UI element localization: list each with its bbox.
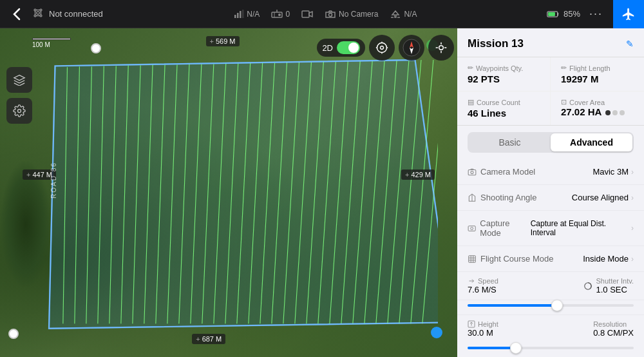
svg-point-1 bbox=[40, 9, 42, 11]
course-count-label: ▤ Course Count bbox=[468, 98, 540, 106]
camera-label: No Camera bbox=[339, 10, 378, 19]
svg-rect-10 bbox=[237, 13, 239, 18]
settings-button[interactable] bbox=[6, 98, 32, 124]
height-slider-thumb[interactable] bbox=[510, 342, 522, 354]
map-controls-left bbox=[6, 67, 32, 124]
radio-item: 0 bbox=[271, 10, 290, 19]
svg-point-2 bbox=[34, 15, 36, 17]
chevron-icon: › bbox=[631, 224, 634, 233]
svg-point-16 bbox=[278, 14, 281, 16]
waypoints-value: 92 PTS bbox=[468, 73, 540, 84]
layers-button[interactable] bbox=[6, 67, 32, 93]
view-toggle[interactable]: 2D bbox=[317, 39, 365, 57]
height-slider-track[interactable] bbox=[468, 347, 634, 349]
resolution-block: Resolution 0.8 CM/PX bbox=[593, 320, 634, 338]
svg-rect-77 bbox=[468, 226, 475, 231]
battery-level: 85% bbox=[564, 9, 580, 19]
top-map-controls: 2D bbox=[317, 35, 454, 61]
svg-point-69 bbox=[439, 46, 444, 50]
top-bar-center: N/A 0 No Camera bbox=[109, 10, 542, 19]
speed-slider-track[interactable] bbox=[468, 304, 634, 307]
location-button[interactable] bbox=[428, 35, 454, 61]
svg-rect-9 bbox=[234, 15, 236, 18]
speed-shutter-row: Speed 7.6 M/S Shutter Intv. 1.0 SEC bbox=[457, 272, 644, 300]
speed-label: Speed bbox=[468, 277, 577, 285]
svg-point-3 bbox=[40, 15, 42, 17]
speed-slider-row bbox=[457, 300, 644, 315]
flight-item: N/A bbox=[390, 10, 417, 19]
capture-mode-value: Capture at Equal Dist. Interval › bbox=[531, 219, 634, 237]
edit-button[interactable]: ✎ bbox=[626, 39, 634, 49]
map-background: 569 M 447 M 687 M 429 M 100 M ROAD 86 bbox=[0, 28, 457, 357]
camera-model-value: Mavic 3M › bbox=[592, 167, 634, 177]
waypoint-bottom-right bbox=[431, 327, 442, 338]
shutter-label: Shutter Intv. bbox=[596, 277, 634, 285]
chevron-icon: › bbox=[631, 193, 634, 202]
flight-course-label: Flight Course Mode bbox=[468, 254, 553, 264]
top-bar-right: 85% ··· bbox=[542, 7, 613, 21]
panel-header: Mission 13 ✎ bbox=[457, 28, 644, 57]
capture-mode-row[interactable]: Capture Mode Capture at Equal Dist. Inte… bbox=[457, 211, 644, 246]
svg-rect-22 bbox=[548, 12, 555, 16]
height-slider-row bbox=[457, 343, 644, 357]
resolution-value: 0.8 CM/PX bbox=[593, 328, 634, 338]
connection-status: Not connected bbox=[49, 9, 103, 19]
flight-path-overlay bbox=[32, 48, 438, 338]
waypoint-bottom-left bbox=[8, 329, 19, 339]
speed-block: Speed 7.6 M/S bbox=[468, 277, 577, 294]
map-area[interactable]: 569 M 447 M 687 M 429 M 100 M ROAD 86 bbox=[0, 28, 457, 357]
speed-slider-fill bbox=[468, 304, 559, 307]
course-count-stat: ▤ Course Count 46 Lines bbox=[457, 91, 551, 125]
flight-length-label: ✏ Flight Length bbox=[561, 64, 634, 72]
svg-point-60 bbox=[377, 43, 387, 53]
shutter-info: Shutter Intv. 1.0 SEC bbox=[596, 277, 634, 294]
road-label: ROAD 86 bbox=[50, 162, 57, 198]
tab-advanced[interactable]: Advanced bbox=[551, 133, 632, 151]
shooting-angle-value: Course Aligned › bbox=[572, 193, 634, 202]
svg-rect-11 bbox=[240, 11, 242, 18]
right-panel: › Mission 13 ✎ ✏ Waypoints Qty. 92 PTS ✏… bbox=[457, 28, 644, 357]
resolution-label: Resolution bbox=[593, 320, 634, 328]
cover-area-stat: ⊡ Cover Area 27.02 HA bbox=[551, 91, 644, 125]
stats-grid: ✏ Waypoints Qty. 92 PTS ✏ Flight Length … bbox=[457, 57, 644, 126]
flight-length-stat: ✏ Flight Length 19297 M bbox=[551, 57, 644, 91]
compass-button[interactable] bbox=[399, 35, 424, 61]
drone-icon bbox=[32, 7, 44, 21]
shutter-block: Shutter Intv. 1.0 SEC bbox=[583, 277, 634, 294]
flight-length-value: 19297 M bbox=[561, 73, 634, 84]
chevron-icon: › bbox=[631, 255, 634, 264]
waypoint-top-left bbox=[91, 43, 101, 53]
svg-rect-17 bbox=[302, 11, 309, 17]
shooting-angle-label: Shooting Angle bbox=[468, 193, 536, 202]
speed-value: 7.6 M/S bbox=[468, 285, 577, 294]
svg-rect-12 bbox=[242, 10, 244, 18]
svg-point-78 bbox=[471, 227, 473, 230]
target-button[interactable] bbox=[369, 35, 395, 61]
cover-area-label: ⊡ Cover Area bbox=[561, 98, 634, 106]
speed-slider-thumb[interactable] bbox=[551, 300, 563, 311]
2d-3d-toggle[interactable] bbox=[337, 41, 360, 54]
more-button[interactable]: ··· bbox=[584, 7, 608, 21]
view-mode-label: 2D bbox=[322, 43, 333, 53]
course-count-value: 46 Lines bbox=[468, 108, 540, 119]
video-item bbox=[301, 10, 313, 19]
camera-item: No Camera bbox=[325, 10, 378, 19]
svg-marker-58 bbox=[14, 75, 24, 81]
chevron-icon: › bbox=[631, 168, 634, 177]
svg-point-59 bbox=[18, 110, 21, 113]
fly-button[interactable] bbox=[613, 0, 644, 28]
back-button[interactable] bbox=[6, 4, 27, 24]
shooting-angle-row[interactable]: Shooting Angle Course Aligned › bbox=[457, 185, 644, 211]
svg-point-18 bbox=[329, 13, 332, 16]
height-value: 30.0 M bbox=[468, 328, 587, 338]
cover-area-value: 27.02 HA bbox=[561, 106, 601, 117]
camera-model-row[interactable]: Camera Model Mavic 3M › bbox=[457, 159, 644, 185]
mission-title: Mission 13 bbox=[468, 37, 524, 50]
scale-bar: 100 M bbox=[32, 38, 71, 48]
signal-item: N/A bbox=[234, 10, 260, 19]
flight-course-row[interactable]: Flight Course Mode Inside Mode › bbox=[457, 246, 644, 272]
height-res-row: Height 30.0 M Resolution 0.8 CM/PX bbox=[457, 315, 644, 343]
top-bar-left: Not connected bbox=[0, 4, 109, 24]
tab-basic[interactable]: Basic bbox=[469, 133, 551, 151]
svg-rect-79 bbox=[469, 255, 476, 262]
